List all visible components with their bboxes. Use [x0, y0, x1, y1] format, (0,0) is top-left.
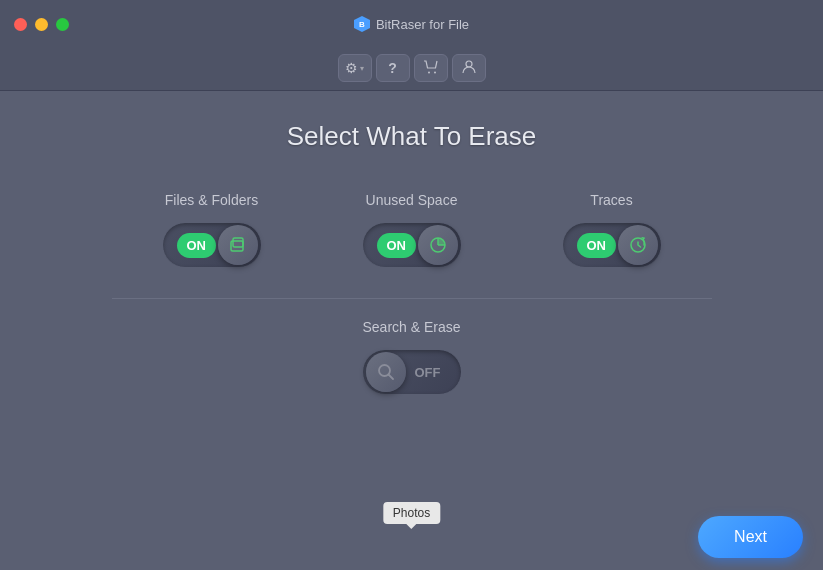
traces-on-text: ON [577, 233, 617, 258]
search-erase-label: Search & Erase [362, 319, 460, 335]
traces-toggle[interactable]: ON [562, 222, 662, 268]
traces-option: Traces ON [562, 192, 662, 268]
gear-icon: ⚙ [345, 60, 358, 76]
app-title-text: BitRaser for File [376, 17, 469, 32]
minimize-button[interactable] [35, 18, 48, 31]
svg-point-3 [434, 71, 436, 73]
unused-space-knob [418, 225, 458, 265]
files-folders-label: Files & Folders [165, 192, 258, 208]
cart-icon [423, 60, 439, 77]
search-erase-toggle[interactable]: OFF [362, 349, 462, 395]
main-content: Select What To Erase Files & Folders ON … [0, 91, 823, 415]
cart-button[interactable] [414, 54, 448, 82]
bottom-area: Next [0, 516, 823, 570]
search-erase-section: Search & Erase OFF [362, 319, 462, 395]
svg-point-2 [428, 71, 430, 73]
chevron-down-icon: ▾ [360, 64, 364, 73]
search-erase-knob [366, 352, 406, 392]
clock-refresh-icon [627, 234, 649, 256]
unused-space-option: Unused Space ON [362, 192, 462, 268]
app-logo-icon: B [354, 16, 370, 32]
account-icon [461, 59, 477, 78]
files-folders-option: Files & Folders ON [162, 192, 262, 268]
toolbar: ⚙ ▾ ? [0, 48, 823, 91]
account-button[interactable] [452, 54, 486, 82]
next-button[interactable]: Next [698, 516, 803, 558]
unused-space-label: Unused Space [366, 192, 458, 208]
settings-button[interactable]: ⚙ ▾ [338, 54, 372, 82]
section-divider [112, 298, 712, 299]
page-title: Select What To Erase [287, 121, 537, 152]
unused-space-toggle[interactable]: ON [362, 222, 462, 268]
files-folders-on-text: ON [177, 233, 217, 258]
maximize-button[interactable] [56, 18, 69, 31]
files-folders-toggle[interactable]: ON [162, 222, 262, 268]
window-controls [14, 18, 69, 31]
pie-chart-icon [427, 234, 449, 256]
files-folders-knob [218, 225, 258, 265]
svg-point-4 [466, 61, 472, 67]
help-icon: ? [388, 60, 397, 76]
titlebar: B BitRaser for File [0, 0, 823, 48]
help-button[interactable]: ? [376, 54, 410, 82]
unused-space-on-text: ON [377, 233, 417, 258]
traces-label: Traces [590, 192, 632, 208]
files-icon [227, 234, 249, 256]
app-title: B BitRaser for File [354, 16, 469, 32]
svg-text:B: B [359, 20, 365, 29]
svg-rect-6 [233, 238, 243, 247]
search-icon [375, 361, 397, 383]
search-erase-off-text: OFF [415, 365, 441, 380]
options-row: Files & Folders ON Unused Space ON [162, 192, 662, 268]
traces-knob [618, 225, 658, 265]
close-button[interactable] [14, 18, 27, 31]
svg-line-12 [388, 375, 393, 380]
